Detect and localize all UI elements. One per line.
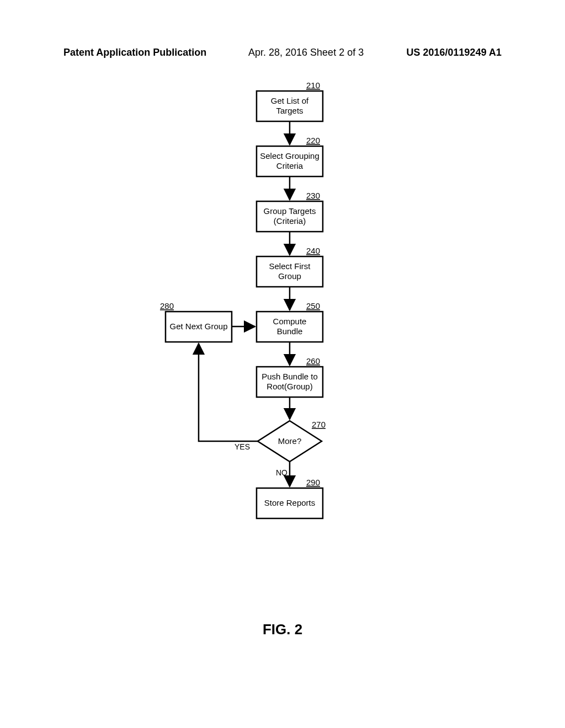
- node-240-line1: Select First: [269, 261, 311, 271]
- node-220-line2: Criteria: [276, 161, 303, 170]
- node-280-line1: Get Next Group: [169, 322, 227, 331]
- page-header: Patent Application Publication Apr. 28, …: [63, 47, 502, 58]
- header-right: US 2016/0119249 A1: [407, 47, 502, 58]
- node-270: 270 More?: [258, 420, 326, 462]
- node-210: 210 Get List of Targets: [257, 83, 323, 121]
- ref-260: 260: [306, 356, 320, 366]
- header-left: Patent Application Publication: [63, 47, 206, 58]
- ref-240: 240: [306, 246, 320, 255]
- node-250-line1: Compute: [273, 317, 307, 326]
- node-260-line1: Push Bundle to: [262, 372, 318, 381]
- arrow-270-280: [199, 344, 258, 441]
- edge-label-no: NO: [276, 468, 287, 477]
- ref-230: 230: [306, 191, 320, 200]
- node-210-line2: Targets: [276, 106, 303, 115]
- node-230-line1: Group Targets: [264, 206, 316, 216]
- ref-210: 210: [306, 83, 320, 90]
- node-210-line1: Get List of: [271, 96, 309, 105]
- ref-220: 220: [306, 136, 320, 145]
- node-280: 280 Get Next Group: [160, 301, 232, 342]
- node-220-line1: Select Grouping: [260, 151, 319, 160]
- edge-label-yes: YES: [234, 442, 250, 451]
- node-240-line2: Group: [278, 271, 301, 281]
- node-260-line2: Root(Group): [266, 382, 312, 391]
- node-250-line2: Bundle: [277, 326, 303, 336]
- node-290-line1: Store Reports: [264, 498, 316, 507]
- node-230-line2: (Criteria): [274, 216, 306, 226]
- ref-250: 250: [306, 301, 320, 311]
- figure-label: FIG. 2: [263, 621, 302, 638]
- node-270-line1: More?: [278, 436, 302, 446]
- ref-270: 270: [312, 420, 326, 429]
- ref-280: 280: [160, 301, 174, 311]
- header-center: Apr. 28, 2016 Sheet 2 of 3: [248, 47, 364, 58]
- ref-290: 290: [306, 478, 320, 487]
- flowchart-diagram: 210 Get List of Targets 220 Select Group…: [0, 83, 565, 728]
